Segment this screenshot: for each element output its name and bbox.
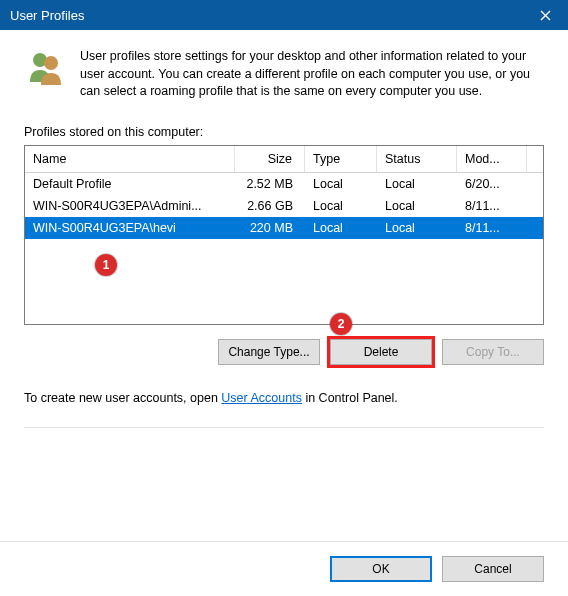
ok-button[interactable]: OK: [330, 556, 432, 582]
dialog-footer: OK Cancel: [0, 541, 568, 596]
close-button[interactable]: [523, 0, 568, 30]
profiles-label: Profiles stored on this computer:: [24, 125, 544, 139]
table-row[interactable]: WIN-S00R4UG3EPA\Admini... 2.66 GB Local …: [25, 195, 543, 217]
divider: [24, 427, 544, 428]
cell-name: WIN-S00R4UG3EPA\hevi: [25, 217, 235, 239]
link-prefix: To create new user accounts, open: [24, 391, 221, 405]
table-row-selected[interactable]: WIN-S00R4UG3EPA\hevi 220 MB Local Local …: [25, 217, 543, 239]
cell-status: Local: [377, 217, 457, 239]
col-mod-header[interactable]: Mod...: [457, 146, 527, 172]
profile-buttons: 2 Change Type... Delete Copy To...: [24, 339, 544, 365]
cell-mod: 8/11...: [457, 217, 527, 239]
col-size-header[interactable]: Size: [235, 146, 305, 172]
close-icon: [540, 10, 551, 21]
titlebar: User Profiles: [0, 0, 568, 30]
cell-status: Local: [377, 195, 457, 217]
intro-text: User profiles store settings for your de…: [80, 48, 544, 101]
user-accounts-link[interactable]: User Accounts: [221, 391, 302, 405]
cell-type: Local: [305, 195, 377, 217]
copy-to-button: Copy To...: [442, 339, 544, 365]
cell-size: 2.52 MB: [235, 173, 305, 195]
col-status-header[interactable]: Status: [377, 146, 457, 172]
user-profiles-icon: [24, 48, 66, 101]
change-type-button[interactable]: Change Type...: [218, 339, 320, 365]
table-header: Name Size Type Status Mod...: [25, 146, 543, 173]
cell-type: Local: [305, 173, 377, 195]
delete-button[interactable]: Delete: [330, 339, 432, 365]
cell-mod: 8/11...: [457, 195, 527, 217]
cell-name: Default Profile: [25, 173, 235, 195]
cell-name: WIN-S00R4UG3EPA\Admini...: [25, 195, 235, 217]
profiles-table: Name Size Type Status Mod... Default Pro…: [24, 145, 544, 325]
link-suffix: in Control Panel.: [302, 391, 398, 405]
col-type-header[interactable]: Type: [305, 146, 377, 172]
cell-size: 2.66 GB: [235, 195, 305, 217]
cell-type: Local: [305, 217, 377, 239]
callout-2: 2: [330, 313, 352, 335]
cell-status: Local: [377, 173, 457, 195]
dialog-content: User profiles store settings for your de…: [0, 30, 568, 444]
user-accounts-line: To create new user accounts, open User A…: [24, 391, 544, 405]
cell-mod: 6/20...: [457, 173, 527, 195]
svg-point-1: [44, 56, 58, 70]
col-name-header[interactable]: Name: [25, 146, 235, 172]
cell-size: 220 MB: [235, 217, 305, 239]
intro-section: User profiles store settings for your de…: [24, 48, 544, 101]
cancel-button[interactable]: Cancel: [442, 556, 544, 582]
table-row[interactable]: Default Profile 2.52 MB Local Local 6/20…: [25, 173, 543, 195]
callout-1: 1: [95, 254, 117, 276]
window-title: User Profiles: [10, 8, 84, 23]
